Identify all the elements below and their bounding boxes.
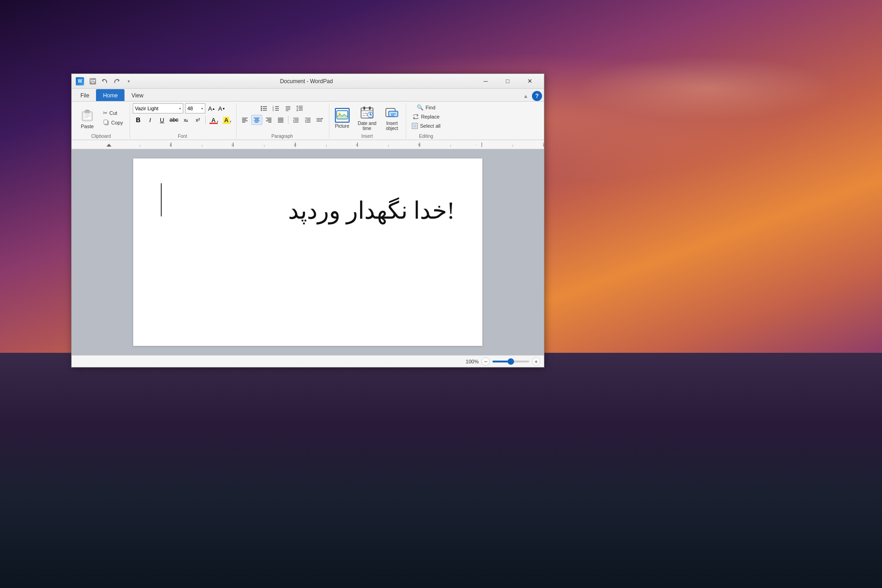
svg-text:3.: 3.	[272, 109, 274, 112]
insert-picture-button[interactable]: Picture	[332, 106, 352, 130]
insert-group-content: Picture Su Mo Tu We Th	[332, 103, 402, 133]
close-button[interactable]: ✕	[519, 75, 540, 88]
svg-text:2: 2	[232, 142, 234, 147]
cut-icon: ✂	[103, 110, 107, 116]
clipboard-right: ✂ Cut Copy	[100, 103, 126, 133]
font-name-value: Vazir Light	[135, 106, 158, 111]
find-button[interactable]: 🔍 Find	[414, 103, 438, 112]
subscript-button[interactable]: x₂	[181, 115, 192, 125]
minimize-button[interactable]: ─	[475, 75, 496, 88]
indent-decrease-button[interactable]	[290, 115, 301, 125]
replace-icon	[413, 113, 419, 120]
font-size-increase-button[interactable]: A▲	[207, 104, 216, 113]
bold-button[interactable]: B	[133, 115, 144, 125]
tab-file[interactable]: File	[74, 89, 96, 101]
font-size-value: 48	[187, 106, 193, 111]
replace-label: Replace	[421, 114, 439, 119]
select-all-label: Select all	[420, 123, 441, 129]
underline-button[interactable]: U	[157, 115, 168, 125]
help-button[interactable]: ?	[532, 91, 542, 101]
ribbon-tab-bar: File Home View ▲ ?	[72, 89, 544, 102]
redo-quick-button[interactable]	[111, 77, 122, 86]
paragraph-group: 1. 2. 3.	[237, 103, 329, 139]
status-bar: 100% − +	[72, 355, 544, 367]
size-dropdown-arrow: ▾	[201, 107, 203, 111]
insert-object-button[interactable]: Insert object	[382, 103, 402, 133]
document-area[interactable]: !خدا نگهدار وردپد	[72, 149, 544, 355]
align-left-button[interactable]	[239, 115, 250, 125]
clipboard-group-label: Clipboard	[91, 133, 111, 139]
svg-text:3: 3	[294, 142, 296, 147]
superscript-button[interactable]: x²	[192, 115, 204, 125]
insert-datetime-button[interactable]: Su Mo Tu We Th Fr Date and time	[355, 103, 379, 133]
find-label: Find	[425, 105, 435, 110]
svg-text:4: 4	[356, 142, 358, 147]
ruler: 1 2 3 4 5 · 7	[72, 140, 544, 149]
rtl-button[interactable]	[314, 115, 325, 125]
document-content[interactable]: !خدا نگهدار وردپد	[161, 185, 455, 228]
picture-icon	[335, 108, 350, 123]
editing-group-label: Editing	[419, 133, 433, 139]
clipboard-group-content: Paste ✂ Cut	[76, 103, 126, 133]
svg-point-13	[261, 106, 262, 107]
paragraph-group-content: 1. 2. 3.	[239, 103, 325, 133]
editing-group-content: 🔍 Find Replace	[409, 103, 443, 133]
numbering-button[interactable]: 1. 2. 3.	[271, 103, 282, 113]
bullets-button[interactable]	[259, 103, 270, 113]
document-page[interactable]: !خدا نگهدار وردپد	[133, 158, 482, 346]
insert-picture-label: Picture	[335, 124, 349, 129]
svg-rect-76	[413, 124, 417, 128]
highlight-color-button[interactable]: A ▾	[220, 115, 232, 125]
italic-button[interactable]: I	[145, 115, 156, 125]
zoom-slider-track[interactable]	[492, 361, 529, 362]
wordpad-logo-icon: W	[76, 77, 84, 85]
svg-point-15	[261, 108, 262, 109]
para-sep1	[288, 116, 288, 124]
font-group-content: Vazir Light ▾ 48 ▾ A▲ A▼	[133, 103, 232, 133]
undo-quick-button[interactable]	[99, 77, 110, 86]
svg-rect-3	[94, 79, 95, 80]
quick-access-dropdown-button[interactable]: ▾	[123, 77, 134, 86]
font-group: Vazir Light ▾ 48 ▾ A▲ A▼	[131, 103, 237, 139]
quick-access-toolbar: ▾	[87, 77, 134, 86]
font-size-selector[interactable]: 48 ▾	[185, 103, 205, 113]
font-color-button[interactable]: A ▾	[208, 115, 220, 125]
replace-button[interactable]: Replace	[410, 113, 442, 121]
zoom-level-label: 100%	[466, 359, 479, 364]
svg-rect-6	[86, 110, 89, 112]
paste-button[interactable]: Paste	[76, 103, 98, 133]
para-row2	[239, 115, 325, 125]
zoom-slider-thumb[interactable]	[508, 358, 514, 365]
maximize-button[interactable]: □	[497, 75, 518, 88]
line-spacing-button[interactable]	[294, 103, 305, 113]
insert-object-label: Insert object	[386, 121, 398, 131]
editing-group: 🔍 Find Replace	[407, 103, 447, 139]
highlight-dropdown-arrow: ▾	[230, 120, 232, 124]
svg-point-17	[261, 110, 262, 111]
font-size-decrease-button[interactable]: A▼	[217, 104, 226, 113]
copy-button[interactable]: Copy	[100, 118, 126, 128]
strikethrough-button[interactable]: abc	[169, 115, 180, 125]
save-quick-button[interactable]	[87, 77, 98, 86]
justify-button[interactable]	[275, 115, 286, 125]
align-center-button[interactable]	[251, 115, 262, 125]
tab-view[interactable]: View	[124, 89, 150, 101]
cut-button[interactable]: ✂ Cut	[100, 109, 126, 117]
font-row2: B I U abc x₂ x² A ▾	[133, 115, 232, 125]
svg-text:·: ·	[475, 142, 477, 147]
select-all-button[interactable]: Select all	[409, 122, 443, 130]
zoom-in-button[interactable]: +	[532, 357, 540, 366]
align-right-button[interactable]	[263, 115, 274, 125]
zoom-out-button[interactable]: −	[481, 357, 490, 366]
indent-increase-button[interactable]	[302, 115, 313, 125]
cut-label: Cut	[109, 110, 117, 116]
tab-home[interactable]: Home	[96, 89, 124, 101]
font-name-selector[interactable]: Vazir Light ▾	[133, 103, 183, 113]
window-title: Document - WordPad	[138, 78, 475, 85]
list-dropdown-button[interactable]	[283, 103, 294, 113]
wordpad-window: W	[71, 74, 544, 368]
ribbon-content: Paste ✂ Cut	[72, 102, 544, 140]
format-separator	[205, 116, 206, 124]
svg-rect-2	[91, 82, 95, 84]
font-size-buttons: A▲ A▼	[207, 104, 226, 113]
